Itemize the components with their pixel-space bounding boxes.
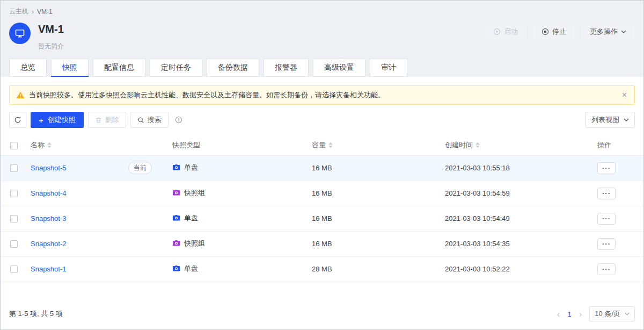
- monitor-icon: [14, 28, 25, 39]
- row-checkbox[interactable]: [10, 190, 18, 197]
- tab-bar: 总览 快照 配置信息 定时任务 备份数据 报警器 高级设置 审计: [1, 59, 643, 77]
- table-row[interactable]: Snapshot-2 快照组 16 MB 2021-03-03 10:54:35…: [1, 231, 643, 256]
- page-size-select[interactable]: 10 条/页: [589, 306, 635, 321]
- start-button[interactable]: 启动: [485, 24, 526, 40]
- created-cell: 2021-03-03 10:54:35: [441, 231, 593, 256]
- snapshot-type-label: 单盘: [184, 163, 198, 173]
- chevron-down-icon: [624, 118, 629, 121]
- snapshot-name-link[interactable]: Snapshot-1: [31, 265, 67, 273]
- chevron-down-icon: [621, 30, 626, 33]
- search-icon: [137, 117, 144, 124]
- search-button-label: 搜索: [148, 115, 162, 125]
- breadcrumb-cloud-hosts[interactable]: 云主机: [9, 7, 28, 16]
- sort-icon: [47, 142, 52, 148]
- view-mode-label: 列表视图: [591, 115, 619, 125]
- page-title: VM-1: [38, 23, 64, 35]
- snapshot-warning-banner: 当前快照较多。使用过多快照会影响云主机性能、数据安全以及主存储容量。如需长期备份…: [9, 85, 635, 105]
- more-actions-button[interactable]: 更多操作: [581, 24, 635, 40]
- table-row[interactable]: Snapshot-4 快照组 16 MB 2021-03-03 10:54:59…: [1, 181, 643, 206]
- table-row[interactable]: Snapshot-3 单盘 16 MB 2021-03-03 10:54:49 …: [1, 206, 643, 231]
- column-header-actions: 操作: [597, 141, 611, 149]
- prev-page-icon[interactable]: ‹: [557, 310, 560, 319]
- size-cell: 16 MB: [308, 231, 441, 256]
- snapshot-name-link[interactable]: Snapshot-3: [31, 214, 67, 223]
- page-size-label: 10 条/页: [595, 309, 620, 319]
- vm-avatar: [9, 23, 31, 44]
- tab-alarms[interactable]: 报警器: [264, 59, 309, 77]
- next-page-icon[interactable]: ›: [579, 310, 582, 319]
- column-header-type: 快照类型: [172, 140, 200, 150]
- row-checkbox[interactable]: [10, 164, 18, 172]
- tab-snapshot[interactable]: 快照: [51, 59, 89, 77]
- snapshot-type-label: 单盘: [184, 264, 198, 274]
- snapshot-name-link[interactable]: Snapshot-5: [31, 164, 67, 172]
- tab-advanced-settings[interactable]: 高级设置: [313, 59, 365, 77]
- snapshot-type-label: 单盘: [184, 213, 198, 223]
- snapshot-group-icon: [172, 239, 180, 247]
- size-cell: 28 MB: [308, 256, 441, 282]
- row-checkbox[interactable]: [10, 215, 18, 223]
- snapshot-group-icon: [172, 189, 180, 197]
- breadcrumb-separator: ›: [32, 8, 34, 16]
- tab-scheduled-tasks[interactable]: 定时任务: [150, 59, 202, 77]
- sort-icon: [328, 142, 333, 148]
- camera-icon: [172, 264, 180, 272]
- delete-button[interactable]: 删除: [88, 112, 126, 128]
- created-cell: 2021-03-03 10:55:18: [441, 155, 593, 181]
- size-cell: 16 MB: [308, 181, 441, 206]
- snapshot-name-link[interactable]: Snapshot-4: [31, 189, 67, 197]
- page-number[interactable]: 1: [567, 310, 571, 318]
- tab-backup-data[interactable]: 备份数据: [207, 59, 259, 77]
- tab-config[interactable]: 配置信息: [93, 59, 145, 77]
- warning-icon: [16, 91, 25, 99]
- row-actions-button[interactable]: ···: [597, 188, 616, 199]
- stop-button-label: 停止: [552, 27, 566, 37]
- row-actions-button[interactable]: ···: [597, 238, 616, 250]
- snapshot-type-label: 快照组: [184, 188, 205, 198]
- trash-icon: [95, 117, 102, 124]
- stop-button[interactable]: 停止: [533, 24, 575, 40]
- row-actions-button[interactable]: ···: [597, 213, 616, 225]
- vm-detail-page: 云主机 › VM-1 VM-1 暂无简介 启动 停止: [0, 0, 644, 330]
- sort-icon: [475, 142, 480, 148]
- start-button-label: 启动: [504, 27, 518, 37]
- refresh-icon: [14, 116, 21, 124]
- plus-icon: +: [39, 116, 43, 125]
- current-badge: 当前: [128, 162, 152, 174]
- select-all-checkbox[interactable]: [10, 142, 18, 149]
- row-checkbox[interactable]: [10, 266, 18, 273]
- view-mode-select[interactable]: 列表视图: [586, 112, 635, 128]
- page-header: VM-1 暂无简介 启动 停止 更多操作: [1, 17, 643, 59]
- close-icon[interactable]: ×: [621, 91, 628, 99]
- vm-description: 暂无简介: [38, 42, 64, 51]
- column-header-size[interactable]: 容量: [312, 140, 333, 150]
- table-row[interactable]: Snapshot-1 单盘 28 MB 2021-03-03 10:52:22 …: [1, 256, 643, 282]
- tab-audit[interactable]: 审计: [370, 59, 407, 77]
- snapshot-toolbar: + 创建快照 删除 搜索 列表视图: [1, 105, 643, 135]
- table-row[interactable]: Snapshot-5当前 单盘 16 MB 2021-03-03 10:55:1…: [1, 155, 643, 181]
- tab-overview[interactable]: 总览: [9, 59, 47, 77]
- size-cell: 16 MB: [308, 206, 441, 231]
- row-actions-button[interactable]: ···: [597, 162, 616, 174]
- refresh-button[interactable]: [9, 112, 26, 128]
- warning-message: 当前快照较多。使用过多快照会影响云主机性能、数据安全以及主存储容量。如需长期备份…: [29, 90, 385, 100]
- size-cell: 16 MB: [308, 155, 441, 181]
- created-cell: 2021-03-03 10:54:59: [441, 181, 593, 206]
- snapshot-name-link[interactable]: Snapshot-2: [31, 240, 67, 248]
- camera-icon: [172, 214, 180, 222]
- stop-circle-icon: [541, 28, 549, 35]
- column-header-created[interactable]: 创建时间: [445, 140, 480, 150]
- create-snapshot-button[interactable]: + 创建快照: [31, 112, 84, 128]
- row-checkbox[interactable]: [10, 240, 18, 248]
- table-header-row: 名称 快照类型 容量 创建时间 操作: [1, 135, 643, 155]
- breadcrumb-current: VM-1: [37, 8, 53, 16]
- chevron-down-icon: [625, 312, 630, 315]
- pagination: ‹ 1 › 10 条/页: [557, 306, 635, 321]
- snapshot-panel: 当前快照较多。使用过多快照会影响云主机性能、数据安全以及主存储容量。如需长期备份…: [1, 77, 643, 329]
- camera-icon: [172, 163, 180, 171]
- delete-button-label: 删除: [105, 115, 119, 125]
- column-header-name[interactable]: 名称: [31, 140, 52, 150]
- search-button[interactable]: 搜索: [130, 112, 169, 128]
- info-icon[interactable]: [175, 116, 182, 124]
- row-actions-button[interactable]: ···: [597, 263, 616, 275]
